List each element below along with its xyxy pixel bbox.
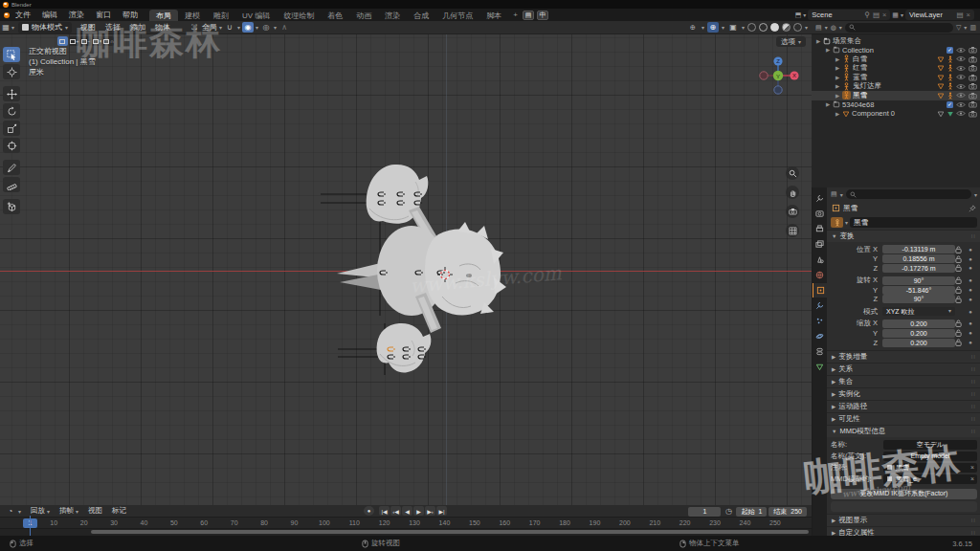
camera-icon[interactable]	[969, 110, 977, 118]
outliner-row-4[interactable]: ▶ 蓝雪	[812, 73, 980, 82]
output-icon[interactable]	[813, 222, 827, 236]
transform-value-field[interactable]: 0.200	[882, 329, 955, 338]
curve-falloff-icon[interactable]: ∧	[278, 22, 290, 33]
lock-icon[interactable]	[955, 286, 966, 294]
mmd-text-field[interactable]: 空モデル	[883, 440, 977, 450]
menu-0[interactable]: 文件	[10, 10, 36, 20]
timeline-menu-1[interactable]: 插帧▾	[55, 506, 83, 516]
scene-icon[interactable]: ⬒	[795, 11, 802, 19]
breadcrumb-object[interactable]: 黑雪	[843, 204, 858, 213]
measure-tool[interactable]	[3, 177, 20, 192]
gizmo-x-neg-axis[interactable]	[760, 72, 768, 79]
animate-dot-icon[interactable]: ●	[966, 277, 975, 283]
select-extend-icon[interactable]: +	[69, 36, 79, 46]
outliner-filter-icon[interactable]: ◍	[831, 24, 836, 32]
transform-value-field[interactable]: 90°	[882, 295, 955, 303]
section-1[interactable]: ▶关系⁞⁞	[827, 363, 980, 375]
expand-arrow-icon[interactable]: ▶	[825, 101, 831, 107]
transform-value-field[interactable]: 0.200	[882, 320, 955, 328]
lock-icon[interactable]	[955, 264, 966, 272]
expand-arrow-icon[interactable]: ▶	[835, 75, 840, 80]
expand-arrow-icon[interactable]: ▶	[825, 47, 831, 53]
play-reverse-icon[interactable]: ◀	[402, 506, 412, 516]
section-2[interactable]: ▶集合⁞⁞	[827, 375, 980, 387]
select-box-tool[interactable]	[3, 47, 20, 62]
viewport-3d[interactable]: +−×∩ 正交前视图 (1) Collection | 黑雪 厘米 选项▾ Z …	[0, 34, 812, 505]
eye-icon[interactable]	[956, 83, 966, 90]
snap-magnet-icon[interactable]: ∪	[224, 22, 235, 33]
cursor-tool[interactable]	[3, 64, 20, 79]
blender-menu-icon[interactable]	[4, 12, 10, 18]
constraints-icon[interactable]	[813, 344, 827, 359]
pin-icon[interactable]	[969, 205, 976, 212]
model-3d[interactable]	[316, 153, 536, 387]
checkbox-icon[interactable]: ✓	[947, 47, 953, 54]
transform-value-field[interactable]: 0.18556 m	[882, 254, 955, 263]
eye-icon[interactable]	[956, 65, 966, 72]
jump-start-icon[interactable]: |◀	[379, 506, 390, 516]
workspace-tab-7[interactable]: 渲染	[378, 10, 407, 22]
animate-dot-icon[interactable]: ●	[966, 256, 975, 262]
lock-icon[interactable]	[955, 276, 966, 284]
gizmo-z-neg-axis[interactable]	[774, 86, 782, 94]
move-tool[interactable]	[3, 86, 20, 101]
outliner-row-8[interactable]: ▶ Component 0	[812, 109, 980, 119]
outliner-search-input[interactable]	[845, 23, 953, 33]
timeline-menu-3[interactable]: 标记	[107, 506, 131, 516]
frame-end-field[interactable]: 结束250	[768, 507, 807, 517]
camera-icon[interactable]	[969, 100, 977, 108]
expand-arrow-icon[interactable]: ▶	[815, 38, 821, 44]
funnel-filter-icon[interactable]: ▽	[956, 24, 961, 32]
eye-icon[interactable]	[956, 55, 966, 62]
mode-selector[interactable]: 物体模式▾	[18, 22, 72, 33]
workspace-tab-2[interactable]: 雕刻	[207, 10, 235, 22]
add-workspace-button[interactable]: +	[508, 11, 523, 19]
menu-1[interactable]: 编辑	[36, 10, 63, 20]
outliner-row-7[interactable]: ▶ 53404e68 ✓	[812, 100, 980, 110]
outliner-display-mode-icon[interactable]: ▤	[815, 24, 822, 32]
eye-icon[interactable]	[956, 101, 966, 108]
select-new-icon[interactable]	[57, 36, 68, 46]
camera-icon[interactable]	[969, 92, 977, 99]
proportional-edit-icon[interactable]: ◉	[242, 22, 254, 33]
viewlayer-icon[interactable]: ▦	[892, 11, 899, 19]
section-3[interactable]: ▶实例化⁞⁞	[827, 387, 980, 400]
workspace-tab-3[interactable]: UV 编辑	[235, 10, 277, 22]
outliner-row-3[interactable]: ▶ 红雪	[812, 64, 980, 74]
section-5[interactable]: ▶可见性⁞⁞	[827, 412, 980, 425]
overlays-icon[interactable]: ⊕	[707, 22, 719, 33]
jump-end-icon[interactable]: ▶|	[436, 506, 447, 516]
lock-icon[interactable]	[955, 320, 966, 327]
menu-4[interactable]: 帮助	[117, 10, 144, 20]
section-4[interactable]: ▶运动路径⁞⁞	[827, 400, 980, 412]
orientation-label[interactable]: 全局	[202, 22, 217, 33]
rotate-tool[interactable]	[3, 103, 20, 119]
view-layer-icon[interactable]	[813, 237, 827, 252]
shading-material-icon[interactable]	[770, 23, 779, 32]
preview-range-clock-icon[interactable]: ◷	[723, 506, 734, 517]
timeline-scrollbar[interactable]	[91, 530, 809, 534]
falloff-icon[interactable]: ◎	[260, 22, 272, 33]
object-data-icon[interactable]	[813, 360, 827, 374]
viewport-menu-1[interactable]: 选择	[100, 22, 125, 33]
lock-icon[interactable]	[955, 329, 966, 337]
camera-icon[interactable]	[969, 74, 977, 81]
object-type-icon[interactable]	[831, 217, 843, 228]
shading-wireframe-icon[interactable]	[747, 23, 756, 32]
camera-icon[interactable]	[969, 64, 977, 72]
lock-icon[interactable]	[955, 255, 966, 263]
timeline-editor-type-icon[interactable]: ◔	[5, 506, 16, 517]
transform-value-field[interactable]: -0.17276 m	[882, 264, 955, 273]
zoom-icon[interactable]	[786, 166, 799, 180]
outliner-row-0[interactable]: ▶ 场景集合	[812, 36, 980, 46]
workspace-tab-9[interactable]: 几何节点	[435, 10, 479, 22]
transform-value-field[interactable]: -0.13119 m	[882, 245, 955, 253]
workspace-tab-1[interactable]: 建模	[178, 10, 207, 22]
lock-icon[interactable]	[955, 246, 966, 253]
prev-key-icon[interactable]: ‹◀	[390, 506, 401, 516]
transform-value-field[interactable]: 0.200	[882, 339, 955, 347]
workspace-tab-8[interactable]: 合成	[407, 10, 435, 22]
expand-arrow-icon[interactable]: ▶	[835, 65, 840, 71]
object-name-field[interactable]: 黑雪	[850, 217, 977, 228]
outliner-row-2[interactable]: ▶ 白雪	[812, 55, 980, 64]
